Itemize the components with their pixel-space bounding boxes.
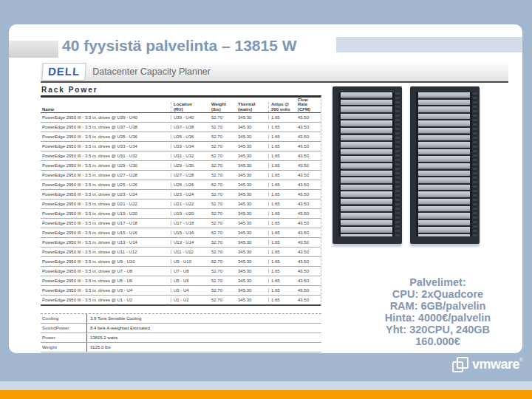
summary-value: 8.4 bels A-weighted Estimated — [86, 324, 321, 332]
spec-line: 160.000€ — [351, 335, 525, 347]
cell-location: U17 - U18 — [171, 221, 211, 225]
column-header-thermal: Thermal (watts) — [237, 102, 268, 112]
cell-server-name: PowerEdge 2950 III - 3.5 in. drives @ U3… — [41, 288, 171, 293]
table-row: PowerEdge 2950 III - 3.5 in. drives @ U3… — [41, 142, 321, 151]
rack-servers — [338, 92, 395, 236]
cell-flow-rate: 43.50 — [296, 288, 321, 293]
table-row: PowerEdge 2950 III - 3.5 in. drives @ U3… — [41, 123, 321, 132]
cell-weight: 52.70 — [211, 288, 237, 293]
cell-amps: 1.65 — [268, 183, 296, 187]
table-row: PowerEdge 2950 III - 3.5 in. drives @ U3… — [41, 113, 321, 123]
dell-planner-header: DELL Datacenter Capacity Planner — [41, 62, 508, 83]
cell-amps: 1.65 — [268, 125, 296, 129]
cell-amps: 1.65 — [268, 231, 296, 235]
cell-weight: 52.70 — [211, 259, 237, 264]
vmware-logo-text: vmware — [472, 357, 519, 372]
rack-power-heading: Rack Power — [41, 86, 98, 94]
cell-weight: 52.70 — [211, 173, 237, 177]
table-row: PowerEdge 2950 III - 3.5 in. drives @ U3… — [41, 286, 321, 296]
cell-server-name: PowerEdge 2950 III - 3.5 in. drives @ U2… — [41, 163, 171, 168]
cell-location: U5 - U6 — [171, 279, 211, 283]
table-row: PowerEdge 2950 III - 3.5 in. drives @ U9… — [41, 257, 321, 267]
cell-amps: 1.65 — [268, 173, 296, 177]
cell-weight: 52.70 — [211, 163, 237, 168]
cell-amps: 1.65 — [268, 279, 296, 283]
cell-thermal: 345.30 — [237, 269, 268, 273]
cell-flow-rate: 43.50 — [296, 192, 321, 197]
table-row: PowerEdge 2950 III - 3.5 in. drives @ U1… — [41, 296, 321, 306]
cell-weight: 52.70 — [211, 183, 237, 187]
cell-location: U31 - U32 — [171, 154, 211, 158]
summary-label: SoundPower — [41, 326, 86, 330]
cell-flow-rate: 43.50 — [296, 202, 321, 206]
cell-flow-rate: 43.50 — [296, 125, 321, 129]
cell-thermal: 345.30 — [237, 240, 268, 245]
cell-thermal: 345.30 — [237, 288, 268, 293]
cell-flow-rate: 43.50 — [296, 183, 321, 187]
cell-server-name: PowerEdge 2950 III - 3.5 in. drives @ U9… — [41, 259, 171, 264]
cell-weight: 52.70 — [211, 202, 237, 206]
cell-flow-rate: 43.50 — [296, 231, 321, 235]
planner-app-title: Datacenter Capacity Planner — [92, 66, 211, 77]
cell-location: U25 - U26 — [171, 183, 211, 187]
table-row: PowerEdge 2950 III - 3.5 in. drives @ U1… — [41, 228, 321, 238]
cell-weight: 52.70 — [211, 115, 237, 120]
cell-server-name: PowerEdge 2950 III - 3.5 in. drives @ U1… — [41, 211, 171, 216]
rack-summary-table: Cooling 3.9 Tons Sensible Cooling SoundP… — [41, 313, 321, 352]
column-header-flow-rate: Flow Rate (CFM) — [296, 98, 321, 113]
cell-location: U39 - U40 — [171, 115, 211, 120]
table-row: PowerEdge 2950 III - 3.5 in. drives @ U1… — [41, 219, 321, 228]
vmware-boxes-icon — [452, 356, 468, 372]
cell-server-name: PowerEdge 2950 III - 3.5 in. drives @ U3… — [41, 125, 171, 129]
cell-amps: 1.65 — [268, 221, 296, 225]
table-row: PowerEdge 2950 III - 3.5 in. drives @ U2… — [41, 180, 321, 190]
cell-thermal: 345.30 — [237, 202, 268, 206]
column-header-weight: Weight (lbs) — [211, 102, 237, 112]
cell-amps: 1.65 — [268, 240, 296, 245]
cell-thermal: 345.30 — [237, 221, 268, 225]
cell-flow-rate: 43.50 — [296, 154, 321, 158]
cell-flow-rate: 43.50 — [296, 279, 321, 283]
cell-server-name: PowerEdge 2950 III - 3.5 in. drives @ U2… — [41, 202, 171, 206]
cell-server-name: PowerEdge 2950 III - 3.5 in. drives @ U1… — [41, 240, 171, 245]
cell-amps: 1.65 — [268, 154, 296, 158]
summary-row: SoundPower 8.4 bels A-weighted Estimated — [41, 324, 321, 333]
cell-flow-rate: 43.50 — [296, 163, 321, 168]
cell-server-name: PowerEdge 2950 III - 3.5 in. drives @ U7… — [41, 269, 171, 273]
spec-line: Hinta: 4000€/palvelin — [351, 312, 525, 324]
table-row: PowerEdge 2950 III - 3.5 in. drives @ U1… — [41, 209, 321, 219]
summary-value: 3.9 Tons Sensible Cooling — [86, 314, 321, 323]
rack-rail — [395, 92, 400, 236]
cell-server-name: PowerEdge 2950 III - 3.5 in. drives @ U2… — [41, 173, 171, 177]
cell-amps: 1.65 — [268, 202, 296, 206]
summary-value: 3125.0 lbs — [86, 343, 321, 352]
cell-location: U23 - U24 — [171, 192, 211, 197]
table-header-row: Name Location (RU) Weight (lbs) Thermal … — [41, 98, 321, 113]
cell-amps: 1.65 — [268, 269, 296, 273]
cell-location: U35 - U36 — [171, 134, 211, 139]
spec-line: Yht: 320CPU, 240GB — [351, 324, 525, 335]
server-rack-left-image — [332, 86, 402, 244]
cell-flow-rate: 43.50 — [296, 250, 321, 254]
cell-location: U11 - U12 — [171, 250, 211, 254]
cell-amps: 1.65 — [268, 115, 296, 120]
cell-weight: 52.70 — [211, 250, 237, 254]
cell-amps: 1.65 — [268, 134, 296, 139]
cell-thermal: 345.30 — [237, 259, 268, 264]
cell-weight: 52.70 — [211, 298, 237, 302]
cell-thermal: 345.30 — [237, 163, 268, 168]
table-row: PowerEdge 2950 III - 3.5 in. drives @ U1… — [41, 248, 321, 257]
cell-amps: 1.65 — [268, 144, 296, 149]
cell-server-name: PowerEdge 2950 III - 3.5 in. drives @ U1… — [41, 298, 171, 302]
spec-line: RAM: 6GB/palvelin — [351, 300, 525, 312]
cell-amps: 1.65 — [268, 211, 296, 216]
cell-server-name: PowerEdge 2950 III - 3.5 in. drives @ U3… — [41, 154, 171, 158]
cell-thermal: 345.30 — [237, 125, 268, 129]
cell-server-name: PowerEdge 2950 III - 3.5 in. drives @ U1… — [41, 250, 171, 254]
cell-weight: 52.70 — [211, 211, 237, 216]
vmware-trademark: ® — [519, 358, 522, 362]
column-header-amps: Amps @ 200 volts — [268, 102, 296, 112]
cell-server-name: PowerEdge 2950 III - 3.5 in. drives @ U2… — [41, 192, 171, 197]
cell-thermal: 345.30 — [237, 279, 268, 283]
cell-thermal: 345.30 — [237, 192, 268, 197]
